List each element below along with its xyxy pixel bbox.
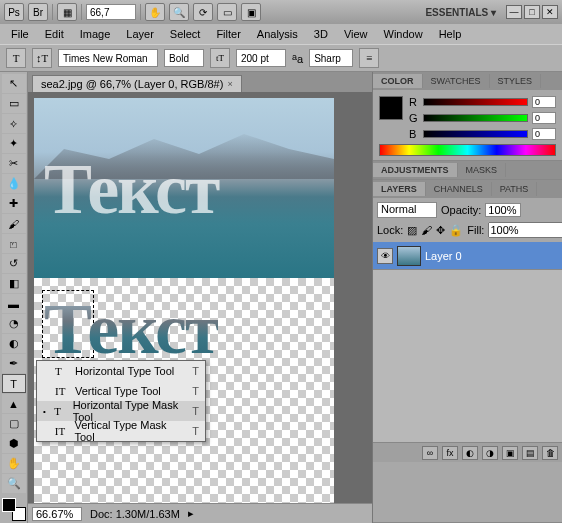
pen-tool[interactable]: ✒ <box>2 354 26 373</box>
screen-mode-icon[interactable]: ▣ <box>241 3 261 21</box>
tab-styles[interactable]: STYLES <box>490 74 542 88</box>
visibility-icon[interactable]: 👁 <box>377 248 393 264</box>
fill-input[interactable] <box>488 222 562 238</box>
move-tool[interactable]: ↖ <box>2 74 26 93</box>
eraser-tool[interactable]: ◧ <box>2 274 26 293</box>
layer-thumbnail[interactable] <box>397 246 421 266</box>
blend-mode-select[interactable]: Normal <box>377 202 437 218</box>
r-value[interactable] <box>532 96 556 108</box>
layer-style-icon[interactable]: fx <box>442 446 458 460</box>
spectrum-ramp[interactable] <box>379 144 556 156</box>
menu-file[interactable]: File <box>4 26 36 42</box>
flyout-horizontal-type[interactable]: T Horizontal Type Tool T <box>37 361 205 381</box>
menu-filter[interactable]: Filter <box>209 26 247 42</box>
layer-row[interactable]: 👁 Layer 0 <box>373 242 562 270</box>
close-tab-icon[interactable]: × <box>227 79 232 89</box>
menu-help[interactable]: Help <box>432 26 469 42</box>
stamp-tool[interactable]: ⏍ <box>2 234 26 253</box>
menu-image[interactable]: Image <box>73 26 118 42</box>
status-zoom-input[interactable] <box>32 507 82 521</box>
font-family-select[interactable]: Times New Roman <box>58 49 158 67</box>
minimize-button[interactable]: — <box>506 5 522 19</box>
zoom-input[interactable] <box>86 4 136 20</box>
layer-name[interactable]: Layer 0 <box>425 250 462 262</box>
gradient-tool[interactable]: ▬ <box>2 294 26 313</box>
link-layers-icon[interactable]: ∞ <box>422 446 438 460</box>
hand-icon[interactable]: ✋ <box>145 3 165 21</box>
menu-view[interactable]: View <box>337 26 375 42</box>
tab-layers[interactable]: LAYERS <box>373 182 426 196</box>
lock-label: Lock: <box>377 224 403 236</box>
document-tab[interactable]: sea2.jpg @ 66,7% (Layer 0, RGB/8#) × <box>32 75 242 92</box>
bridge-icon[interactable]: Br <box>28 3 48 21</box>
shape-tool[interactable]: ▢ <box>2 414 26 433</box>
menu-window[interactable]: Window <box>377 26 430 42</box>
rotate-view-icon[interactable]: ⟳ <box>193 3 213 21</box>
flyout-vertical-type[interactable]: IT Vertical Type Tool T <box>37 381 205 401</box>
quick-select-tool[interactable]: ✦ <box>2 134 26 153</box>
lasso-tool[interactable]: ⟡ <box>2 114 26 133</box>
zoom-icon[interactable]: 🔍 <box>169 3 189 21</box>
zoom-tool[interactable]: 🔍 <box>2 474 26 493</box>
history-brush-tool[interactable]: ↺ <box>2 254 26 273</box>
document-tab-title: sea2.jpg @ 66,7% (Layer 0, RGB/8#) <box>41 78 223 90</box>
delete-layer-icon[interactable]: 🗑 <box>542 446 558 460</box>
healing-tool[interactable]: ✚ <box>2 194 26 213</box>
g-value[interactable] <box>532 112 556 124</box>
menu-analysis[interactable]: Analysis <box>250 26 305 42</box>
anti-alias-select[interactable]: Sharp <box>309 49 353 67</box>
tab-paths[interactable]: PATHS <box>492 182 538 196</box>
type-tool[interactable]: T <box>2 374 26 393</box>
3d-tool[interactable]: ⬢ <box>2 434 26 453</box>
crop-tool[interactable]: ✂ <box>2 154 26 173</box>
marquee-tool[interactable]: ▭ <box>2 94 26 113</box>
path-select-tool[interactable]: ▲ <box>2 394 26 413</box>
close-button[interactable]: ✕ <box>542 5 558 19</box>
font-weight-select[interactable]: Bold <box>164 49 204 67</box>
lock-pixels-icon[interactable]: 🖌 <box>421 224 432 236</box>
align-left-icon[interactable]: ≡ <box>359 48 379 68</box>
lock-position-icon[interactable]: ✥ <box>436 224 445 237</box>
adjustment-layer-icon[interactable]: ◑ <box>482 446 498 460</box>
tab-masks[interactable]: MASKS <box>458 163 507 177</box>
tab-swatches[interactable]: SWATCHES <box>423 74 490 88</box>
flyout-horizontal-type-mask[interactable]: • T Horizontal Type Mask Tool T <box>37 401 205 421</box>
title-bar: Ps Br ▦ ✋ 🔍 ⟳ ▭ ▣ ESSENTIALS ▾ — □ ✕ <box>0 0 562 24</box>
workspace-switcher[interactable]: ESSENTIALS ▾ <box>419 5 502 20</box>
b-value[interactable] <box>532 128 556 140</box>
flyout-vertical-type-mask[interactable]: IT Vertical Type Mask Tool T <box>37 421 205 441</box>
brush-tool[interactable]: 🖌 <box>2 214 26 233</box>
arrange-icon[interactable]: ▭ <box>217 3 237 21</box>
tab-adjustments[interactable]: ADJUSTMENTS <box>373 163 458 177</box>
new-layer-icon[interactable]: ▤ <box>522 446 538 460</box>
color-swatches[interactable] <box>2 498 26 521</box>
group-icon[interactable]: ▣ <box>502 446 518 460</box>
status-arrow-icon[interactable]: ▸ <box>188 507 194 520</box>
opacity-input[interactable] <box>485 203 521 217</box>
eyedropper-tool[interactable]: 💧 <box>2 174 26 193</box>
view-extras-icon[interactable]: ▦ <box>57 3 77 21</box>
tab-channels[interactable]: CHANNELS <box>426 182 492 196</box>
lock-transparent-icon[interactable]: ▨ <box>407 224 417 237</box>
font-size-select[interactable]: 200 pt <box>236 49 286 67</box>
menu-edit[interactable]: Edit <box>38 26 71 42</box>
dodge-tool[interactable]: ◐ <box>2 334 26 353</box>
color-panel-swatch[interactable] <box>379 96 403 120</box>
lock-all-icon[interactable]: 🔒 <box>449 224 463 237</box>
menu-layer[interactable]: Layer <box>119 26 161 42</box>
blur-tool[interactable]: ◔ <box>2 314 26 333</box>
text-orientation-icon[interactable]: ↕T <box>32 48 52 68</box>
flyout-shortcut: T <box>192 385 199 397</box>
type-tool-preset-icon[interactable]: T <box>6 48 26 68</box>
b-slider[interactable] <box>423 130 528 138</box>
menu-select[interactable]: Select <box>163 26 208 42</box>
foreground-color-swatch[interactable] <box>2 498 16 512</box>
g-slider[interactable] <box>423 114 528 122</box>
app-icon[interactable]: Ps <box>4 3 24 21</box>
hand-tool[interactable]: ✋ <box>2 454 26 473</box>
menu-3d[interactable]: 3D <box>307 26 335 42</box>
maximize-button[interactable]: □ <box>524 5 540 19</box>
layer-mask-icon[interactable]: ◐ <box>462 446 478 460</box>
r-slider[interactable] <box>423 98 528 106</box>
tab-color[interactable]: COLOR <box>373 74 423 88</box>
